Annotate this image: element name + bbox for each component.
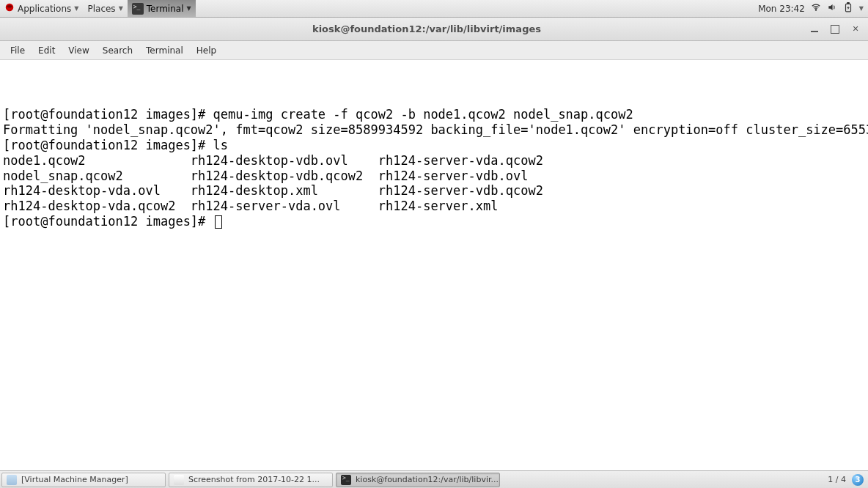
image-icon	[174, 475, 184, 485]
menu-search[interactable]: Search	[97, 43, 139, 58]
prompt: [root@foundation12 images]#	[3, 138, 213, 152]
ls-row: nodel_snap.qcow2 rh124-desktop-vdb.qcow2…	[3, 169, 528, 183]
bottom-panel-right: 1 / 4 3	[828, 474, 868, 486]
svg-point-1	[7, 5, 12, 8]
places-menu[interactable]: Places ▼	[83, 0, 127, 17]
ls-row: rh124-desktop-vda.qcow2 rh124-server-vda…	[3, 199, 499, 213]
active-app-menu[interactable]: Terminal ▼	[128, 0, 196, 17]
command: qemu-img create -f qcow2 -b node1.qcow2 …	[213, 107, 633, 122]
menubar: File Edit View Search Terminal Help	[0, 41, 868, 60]
window-controls	[802, 24, 868, 34]
taskbar-label: Screenshot from 2017-10-22 1...	[188, 475, 320, 484]
terminal-cursor	[215, 215, 222, 229]
tray-dropdown-icon[interactable]: ▼	[859, 5, 864, 12]
taskbar-label: kiosk@foundation12:/var/lib/libvir...	[356, 475, 499, 484]
active-app-label: Terminal	[147, 4, 184, 14]
dropdown-icon: ▼	[119, 5, 123, 12]
window-title: kiosk@foundation12:/var/lib/libvirt/imag…	[51, 23, 802, 34]
ls-row: node1.qcow2 rh124-desktop-vdb.ovl rh124-…	[3, 153, 543, 168]
applications-menu[interactable]: Applications ▼	[0, 0, 83, 17]
menu-help[interactable]: Help	[191, 43, 222, 58]
redhat-logo-icon	[4, 2, 15, 15]
svg-rect-4	[847, 3, 849, 4]
svg-point-2	[815, 10, 816, 10]
menu-file[interactable]: File	[4, 43, 31, 58]
menu-edit[interactable]: Edit	[32, 43, 61, 58]
ls-row: rh124-desktop-vda.ovl rh124-desktop.xml …	[3, 183, 543, 198]
wifi-icon[interactable]	[811, 2, 821, 15]
terminal-body[interactable]: [root@foundation12 images]# qemu-img cre…	[0, 60, 868, 470]
clock[interactable]: Mon 23:42	[758, 4, 805, 14]
gnome-bottom-panel: [Virtual Machine Manager] Screenshot fro…	[0, 470, 868, 488]
command: ls	[213, 138, 228, 152]
close-button[interactable]	[850, 24, 861, 34]
prompt: [root@foundation12 images]#	[3, 107, 213, 122]
top-panel-right: Mon 23:42 ▼	[758, 0, 868, 17]
terminal-window: kiosk@foundation12:/var/lib/libvirt/imag…	[0, 18, 868, 470]
gnome-top-panel: Applications ▼ Places ▼ Terminal ▼ Mon 2…	[0, 0, 868, 18]
terminal-icon	[132, 3, 144, 15]
notification-badge[interactable]: 3	[852, 474, 864, 486]
taskbar-label: [Virtual Machine Manager]	[21, 475, 128, 484]
top-panel-left: Applications ▼ Places ▼ Terminal ▼	[0, 0, 196, 17]
applications-label: Applications	[18, 4, 71, 14]
places-label: Places	[87, 4, 115, 14]
output-line: Formatting 'nodel_snap.qcow2', fmt=qcow2…	[3, 122, 868, 137]
workspace-indicator[interactable]: 1 / 4	[828, 475, 846, 484]
dropdown-icon: ▼	[187, 5, 191, 12]
menu-terminal[interactable]: Terminal	[140, 43, 189, 58]
minimize-button[interactable]	[809, 24, 820, 34]
window-titlebar[interactable]: kiosk@foundation12:/var/lib/libvirt/imag…	[0, 18, 868, 41]
vmm-icon	[7, 475, 17, 485]
maximize-button[interactable]	[830, 24, 840, 34]
terminal-icon	[341, 475, 351, 485]
volume-icon[interactable]	[827, 2, 837, 15]
taskbar-item-vmm[interactable]: [Virtual Machine Manager]	[1, 473, 166, 487]
taskbar-item-screenshot[interactable]: Screenshot from 2017-10-22 1...	[169, 473, 333, 487]
dropdown-icon: ▼	[74, 5, 78, 12]
battery-icon[interactable]	[843, 2, 853, 15]
prompt: [root@foundation12 images]#	[3, 214, 213, 229]
taskbar-item-terminal[interactable]: kiosk@foundation12:/var/lib/libvir...	[336, 473, 500, 487]
menu-view[interactable]: View	[62, 43, 95, 58]
